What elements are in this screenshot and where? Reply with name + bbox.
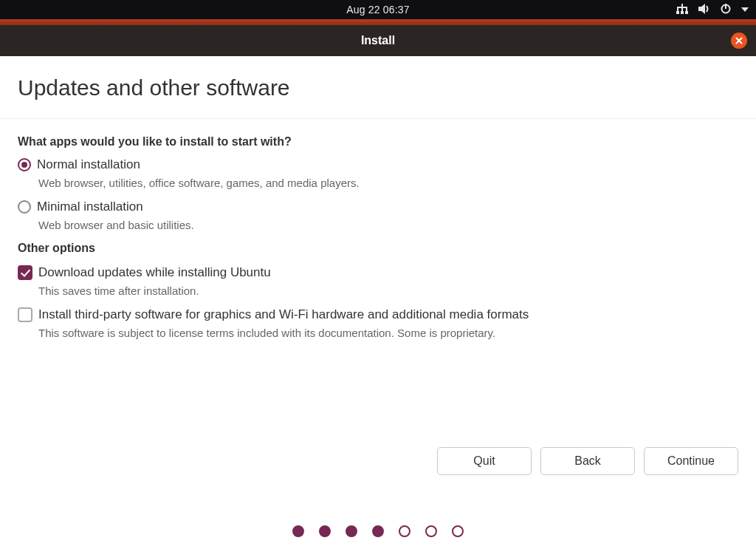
progress-dot-6 — [425, 525, 437, 537]
option-updates-group: Download updates while installing Ubuntu… — [18, 265, 738, 297]
option-normal-group: Normal installation Web browser, utiliti… — [18, 157, 738, 189]
option-minimal-group: Minimal installation Web browser and bas… — [18, 200, 738, 231]
svg-rect-6 — [681, 7, 683, 11]
other-options-heading: Other options — [18, 242, 738, 255]
svg-rect-1 — [681, 11, 684, 14]
option-thirdparty-label[interactable]: Install third-party software for graphic… — [38, 307, 529, 322]
svg-rect-10 — [725, 4, 726, 9]
chevron-down-icon[interactable] — [741, 7, 749, 12]
volume-icon[interactable] — [698, 4, 710, 16]
option-minimal-desc: Web browser and basic utilities. — [38, 219, 738, 231]
checkbox-download-updates[interactable] — [18, 265, 32, 280]
footer-buttons: Quit Back Continue — [437, 447, 738, 475]
checkbox-third-party[interactable] — [18, 307, 32, 322]
apps-question: What apps would you like to install to s… — [18, 135, 738, 149]
network-icon[interactable] — [676, 4, 688, 16]
page-heading: Updates and other software — [18, 75, 738, 100]
svg-rect-5 — [677, 7, 678, 11]
option-normal-desc: Web browser, utilities, office software,… — [38, 177, 738, 189]
page-content: Updates and other software What apps wou… — [0, 56, 756, 339]
power-icon[interactable] — [721, 4, 731, 16]
quit-button[interactable]: Quit — [437, 447, 532, 475]
divider — [0, 118, 756, 119]
close-button[interactable] — [731, 33, 747, 49]
progress-dot-3 — [346, 525, 357, 537]
option-updates-label[interactable]: Download updates while installing Ubuntu — [38, 265, 271, 280]
progress-dots — [292, 525, 464, 537]
svg-rect-2 — [685, 11, 688, 14]
option-minimal-label[interactable]: Minimal installation — [37, 200, 143, 214]
option-normal-label[interactable]: Normal installation — [37, 157, 140, 172]
window-title: Install — [361, 34, 395, 47]
progress-dot-2 — [319, 525, 331, 537]
system-top-bar: Aug 22 06:37 — [0, 0, 756, 19]
progress-dot-1 — [292, 525, 304, 537]
continue-button[interactable]: Continue — [644, 447, 738, 475]
option-thirdparty-desc: This software is subject to license term… — [38, 327, 738, 339]
back-button[interactable]: Back — [540, 447, 635, 475]
svg-rect-0 — [676, 11, 679, 14]
system-indicators[interactable] — [676, 4, 749, 16]
radio-minimal-installation[interactable] — [18, 200, 31, 214]
svg-marker-8 — [698, 4, 705, 14]
option-updates-desc: This saves time after installation. — [38, 284, 738, 297]
clock-text: Aug 22 06:37 — [346, 4, 410, 16]
progress-dot-4 — [372, 525, 384, 537]
clock: Aug 22 06:37 — [346, 4, 410, 16]
window-title-bar: Install — [0, 25, 756, 56]
radio-normal-installation[interactable] — [18, 158, 31, 171]
option-thirdparty-group: Install third-party software for graphic… — [18, 307, 738, 339]
progress-dot-5 — [399, 525, 410, 537]
svg-rect-7 — [686, 7, 687, 11]
svg-rect-3 — [681, 4, 683, 7]
progress-dot-7 — [452, 525, 464, 537]
accent-bar — [0, 19, 756, 25]
